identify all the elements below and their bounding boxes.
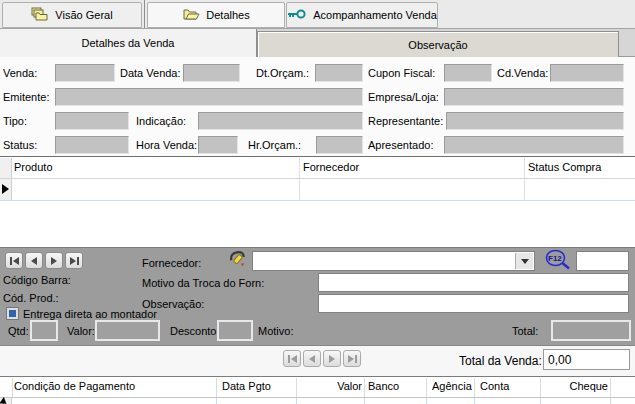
hr-orcam-label: Hr.Orçam.: xyxy=(248,136,301,154)
representante-label: Representante: xyxy=(368,112,443,130)
payments-toolbar: Total da Venda: xyxy=(0,345,635,376)
chevron-down-icon[interactable] xyxy=(515,253,533,269)
column-divider xyxy=(426,398,427,404)
desconto-label: Desconto: xyxy=(170,322,220,340)
column-header-condicao: Condição de Pagamento xyxy=(14,380,135,392)
indicacao-field xyxy=(198,112,363,130)
column-header-banco: Banco xyxy=(368,380,399,392)
table-row[interactable] xyxy=(13,398,609,404)
svg-text:F12: F12 xyxy=(548,254,562,263)
column-header-produto: Produto xyxy=(14,161,53,173)
motivo-label: Motivo: xyxy=(258,322,293,340)
fornecedor-combobox[interactable] xyxy=(252,251,535,271)
sales-detail-window: Visão Geral Detalhes Acompanhamen xyxy=(0,0,635,404)
representante-field xyxy=(446,112,624,130)
payments-navigator xyxy=(283,350,361,367)
venda-field xyxy=(55,64,115,82)
column-divider xyxy=(12,378,13,397)
total-label: Total: xyxy=(512,322,538,340)
f12-search-icon[interactable]: F12 xyxy=(544,249,572,272)
last-record-button[interactable] xyxy=(65,252,83,269)
tab-detalhes[interactable]: Detalhes xyxy=(147,2,285,28)
column-divider xyxy=(216,398,217,404)
key-icon xyxy=(287,8,307,22)
next-record-button[interactable] xyxy=(45,252,63,269)
folders-icon xyxy=(31,7,49,23)
venda-label: Venda: xyxy=(3,64,37,82)
current-row-indicator-icon xyxy=(1,398,7,404)
tab-visao-geral[interactable]: Visão Geral xyxy=(2,2,142,28)
data-venda-field xyxy=(183,64,240,82)
first-record-button[interactable] xyxy=(5,252,23,269)
tipo-label: Tipo: xyxy=(3,112,27,130)
apresentado-label: Apresentado: xyxy=(368,136,433,154)
next-record-button[interactable] xyxy=(323,350,341,367)
column-header-data-pgto: Data Pgto xyxy=(222,380,271,392)
total-field xyxy=(551,320,631,341)
column-header-status-compra: Status Compra xyxy=(528,161,601,173)
tipo-field xyxy=(55,112,129,130)
tab-acompanhamento-venda[interactable]: Acompanhamento Venda xyxy=(286,2,438,28)
total-da-venda-label: Total da Venda: xyxy=(459,352,542,370)
tab-observacao[interactable]: Observação xyxy=(257,31,619,57)
status-label: Status: xyxy=(3,136,37,154)
status-field xyxy=(55,136,129,154)
hora-venda-label: Hora Venda: xyxy=(136,136,197,154)
tab-detalhes-da-venda[interactable]: Detalhes da Venda xyxy=(0,29,257,57)
column-divider xyxy=(540,398,541,404)
empresa-loja-field xyxy=(444,88,624,106)
open-folder-icon xyxy=(182,7,200,23)
column-divider xyxy=(296,378,297,397)
emitente-label: Emitente: xyxy=(3,88,49,106)
indicacao-label: Indicação: xyxy=(136,112,186,130)
hora-venda-field xyxy=(198,136,238,154)
fornecedor-label: Fornecedor: xyxy=(142,254,201,272)
edit-note-icon xyxy=(229,249,247,269)
last-record-button[interactable] xyxy=(343,350,361,367)
cupon-fiscal-label: Cupon Fiscal: xyxy=(368,64,435,82)
column-header-cheque: Cheque xyxy=(544,380,608,392)
column-divider xyxy=(364,398,365,404)
tab-label: Visão Geral xyxy=(55,9,112,21)
desconto-field xyxy=(217,320,253,341)
valor-field xyxy=(95,320,160,341)
entrega-direta-checkbox[interactable] xyxy=(6,307,19,320)
fornecedor-code-field[interactable] xyxy=(576,251,629,271)
cd-venda-field xyxy=(550,64,624,82)
observacao-field[interactable] xyxy=(318,294,629,313)
tab-label: Detalhes da Venda xyxy=(82,37,175,49)
products-navigator xyxy=(5,252,83,269)
column-header-conta: Conta xyxy=(480,380,509,392)
sale-header-form: Venda: Data Venda: Dt.Orçam.: Cupon Fisc… xyxy=(0,57,635,156)
valor-label: Valor: xyxy=(67,322,95,340)
toolbar-separator xyxy=(144,0,145,28)
first-record-button[interactable] xyxy=(283,350,301,367)
cd-venda-label: Cd.Venda: xyxy=(497,64,548,82)
column-header-agencia: Agência xyxy=(432,380,472,392)
hr-orcam-field xyxy=(316,136,363,154)
column-divider xyxy=(474,378,475,397)
codigo-barra-label: Código Barra: xyxy=(3,271,71,289)
item-edit-panel: Fornecedor: F12 Código Barra: Motivo da … xyxy=(0,247,635,345)
total-da-venda-input[interactable] xyxy=(543,349,630,370)
column-header-valor: Valor xyxy=(300,380,362,392)
table-row[interactable] xyxy=(13,179,635,200)
apresentado-field xyxy=(444,136,624,154)
tab-label: Acompanhamento Venda xyxy=(313,9,437,21)
dt-orcam-label: Dt.Orçam.: xyxy=(256,64,309,82)
column-header-fornecedor: Fornecedor xyxy=(303,161,359,173)
prev-record-button[interactable] xyxy=(303,350,321,367)
main-tab-bar: Visão Geral Detalhes Acompanhamen xyxy=(0,0,635,29)
column-divider xyxy=(474,398,475,404)
prev-record-button[interactable] xyxy=(25,252,43,269)
motivo-troca-field[interactable] xyxy=(318,273,629,292)
data-venda-label: Data Venda: xyxy=(120,64,181,82)
qtd-field xyxy=(30,320,58,341)
emitente-field xyxy=(55,88,363,106)
tab-label: Detalhes xyxy=(206,9,249,21)
empresa-loja-label: Empresa/Loja: xyxy=(368,88,439,106)
column-divider xyxy=(296,398,297,404)
column-divider xyxy=(610,398,611,404)
row-divider xyxy=(0,200,635,201)
column-divider xyxy=(216,378,217,397)
